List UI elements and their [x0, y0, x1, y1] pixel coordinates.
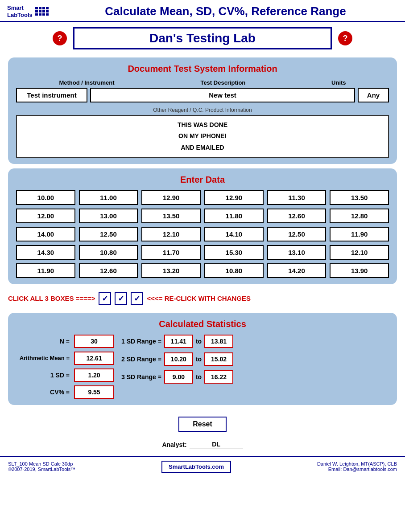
analyst-row: Analyst: DL	[0, 439, 405, 454]
footer: SLT_100 Mean SD Calc 30dp ©2007-2019, Sm…	[0, 456, 405, 476]
data-cell-21[interactable]: 15.30	[204, 245, 264, 260]
sd1-low: 11.41	[164, 335, 193, 348]
data-cell-26[interactable]: 13.20	[141, 263, 201, 278]
data-cell-12[interactable]: 14.00	[16, 227, 75, 241]
doc-section-title: Document Test System Information	[16, 64, 389, 74]
test-description-field[interactable]: New test	[90, 88, 355, 102]
sd2-high: 15.02	[204, 352, 233, 366]
reagent-line1: THIS WAS DONE	[178, 121, 227, 128]
data-cell-6[interactable]: 12.00	[16, 209, 75, 223]
reagent-label: Other Reagent / Q.C. Product Information	[16, 107, 389, 113]
data-cell-3[interactable]: 12.90	[204, 190, 264, 205]
data-cell-9[interactable]: 11.80	[204, 209, 264, 223]
sd3-high: 16.22	[204, 370, 233, 384]
checkbox-3[interactable]: ✓	[131, 292, 143, 305]
sd3-range-label: 3 SD Range =	[121, 373, 161, 381]
stats-section: Calculated Statistics N = 30 Arithmetic …	[8, 313, 397, 405]
data-cell-25[interactable]: 12.60	[79, 263, 138, 278]
analyst-value: DL	[190, 441, 243, 449]
sd2-low: 10.20	[164, 352, 193, 366]
cv-value: 9.55	[74, 385, 114, 399]
footer-right: Daniel W. Leighton, MT(ASCP), CLB Email:…	[317, 461, 397, 472]
data-cell-28[interactable]: 14.20	[267, 263, 326, 278]
data-cell-19[interactable]: 10.80	[79, 245, 138, 260]
logo-text: Smart LabTools	[7, 4, 33, 18]
reagent-line2: ON MY IPHONE!	[178, 132, 227, 139]
data-cell-17[interactable]: 11.90	[330, 227, 389, 241]
sd1-high: 13.81	[204, 335, 233, 348]
doc-headers: Method / Instrument Test Description Uni…	[16, 79, 389, 86]
enter-data-title: Enter Data	[16, 175, 389, 185]
sd1-to: to	[196, 338, 202, 345]
reset-row: Reset	[0, 409, 405, 439]
data-cell-27[interactable]: 10.80	[204, 263, 264, 278]
footer-left-line1: SLT_100 Mean SD Calc 30dp	[8, 461, 75, 467]
data-cell-20[interactable]: 11.70	[141, 245, 201, 260]
cv-label: CV% =	[16, 389, 71, 396]
data-cell-22[interactable]: 13.10	[267, 245, 326, 260]
mean-label: Arithmetic Mean =	[16, 355, 71, 361]
footer-center[interactable]: SmartLabTools.com	[161, 461, 231, 473]
units-header: Units	[331, 79, 346, 86]
method-header: Method / Instrument	[59, 79, 114, 86]
help-right-button[interactable]: ?	[338, 31, 352, 45]
doc-test-section: Document Test System Information Method …	[8, 57, 397, 164]
checkbox-label-left: CLICK ALL 3 BOXES ====>	[8, 295, 95, 302]
doc-fields: Test instrument New test Any	[16, 88, 389, 102]
analyst-label: Analyst:	[162, 441, 186, 448]
lab-name-row: ? Dan's Testing Lab ?	[0, 22, 405, 53]
n-label: N =	[16, 338, 71, 345]
logo-smart: Smart	[7, 4, 24, 11]
data-cell-16[interactable]: 12.50	[267, 227, 326, 241]
reset-button[interactable]: Reset	[178, 417, 227, 432]
lab-name-display: Dan's Testing Lab	[73, 27, 332, 49]
data-cell-8[interactable]: 13.50	[141, 209, 201, 223]
footer-left: SLT_100 Mean SD Calc 30dp ©2007-2019, Sm…	[8, 461, 75, 472]
stats-right: 1 SD Range = 11.41 to 13.81 2 SD Range =…	[121, 335, 389, 384]
data-cell-7[interactable]: 13.00	[79, 209, 138, 223]
stats-left: N = 30 Arithmetic Mean = 12.61 1 SD = 1.…	[16, 335, 114, 399]
data-cell-2[interactable]: 12.90	[141, 190, 201, 205]
checkbox-2[interactable]: ✓	[115, 292, 127, 305]
data-grid: 10.0011.0012.9012.9011.3013.5012.0013.00…	[16, 190, 389, 278]
sd2-to: to	[196, 356, 202, 363]
stats-title: Calculated Statistics	[16, 319, 389, 329]
data-cell-13[interactable]: 12.50	[79, 227, 138, 241]
units-field[interactable]: Any	[358, 88, 389, 102]
logo-labtools: LabTools	[7, 12, 33, 18]
data-cell-1[interactable]: 11.00	[79, 190, 138, 205]
checkbox-row: CLICK ALL 3 BOXES ====> ✓ ✓ ✓ <<<= RE-CL…	[0, 289, 405, 308]
page-title: Calculate Mean, SD, CV%, Reference Range	[53, 4, 398, 18]
footer-right-line1: Daniel W. Leighton, MT(ASCP), CLB	[317, 461, 397, 467]
instrument-field[interactable]: Test instrument	[16, 88, 87, 102]
sd3-low: 9.00	[164, 370, 193, 384]
footer-left-line2: ©2007-2019, SmartLabTools™	[8, 467, 75, 472]
logo-area: Smart LabTools	[7, 4, 49, 18]
data-cell-24[interactable]: 11.90	[16, 263, 75, 278]
data-cell-15[interactable]: 14.10	[204, 227, 264, 241]
data-cell-5[interactable]: 13.50	[330, 190, 389, 205]
data-cell-29[interactable]: 13.90	[330, 263, 389, 278]
sd2-range-row: 2 SD Range = 10.20 to 15.02	[121, 352, 389, 366]
footer-right-line2: Email: Dan@smartlabtools.com	[317, 467, 397, 472]
sd3-to: to	[196, 373, 202, 381]
checkbox-1[interactable]: ✓	[99, 292, 111, 305]
data-cell-18[interactable]: 14.30	[16, 245, 75, 260]
data-cell-11[interactable]: 12.80	[330, 209, 389, 223]
sd3-range-row: 3 SD Range = 9.00 to 16.22	[121, 370, 389, 384]
sd-label: 1 SD =	[16, 372, 71, 379]
help-left-button[interactable]: ?	[53, 31, 67, 45]
sd1-range-row: 1 SD Range = 11.41 to 13.81	[121, 335, 389, 348]
data-cell-0[interactable]: 10.00	[16, 190, 75, 205]
reagent-box[interactable]: THIS WAS DONE ON MY IPHONE! AND EMAILED	[16, 115, 389, 158]
sd2-range-label: 2 SD Range =	[121, 356, 161, 363]
mean-value: 12.61	[74, 352, 114, 365]
stats-content: N = 30 Arithmetic Mean = 12.61 1 SD = 1.…	[16, 335, 389, 399]
data-cell-10[interactable]: 12.60	[267, 209, 326, 223]
data-cell-14[interactable]: 12.10	[141, 227, 201, 241]
logo-grid	[35, 7, 49, 16]
sd-value: 1.20	[74, 368, 114, 382]
data-cell-4[interactable]: 11.30	[267, 190, 326, 205]
reagent-line3: AND EMAILED	[181, 144, 224, 151]
data-cell-23[interactable]: 12.10	[330, 245, 389, 260]
